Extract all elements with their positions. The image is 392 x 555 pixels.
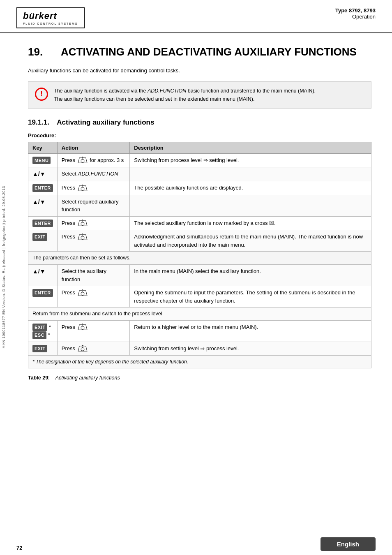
table-caption: Table 29: Activating auxiliary functions [28,375,371,381]
action-cell: Press [57,286,129,308]
footnote-cell: * The designation of the key depends on … [28,356,371,368]
subsection-number: 19.1.1. [28,118,49,126]
desc-cell: Switching from process level ⇒ setting l… [130,153,371,167]
note-line2: The auxiliary functions can then be sele… [54,95,316,103]
key-arrows: ▲/▼ [32,171,46,177]
desc-cell [130,195,371,216]
key-badge-exit3: EXIT [32,345,47,353]
key-cell: EXIT [28,230,58,252]
svg-marker-11 [81,220,83,220]
svg-point-21 [81,326,84,330]
page-number: 72 [16,545,22,551]
footnote-row: * The designation of the key depends on … [28,356,371,368]
knob-icon [77,233,88,241]
key-badge-exit2: EXIT [32,324,47,331]
svg-point-1 [81,160,84,163]
key-badge-exit: EXIT [32,233,47,241]
desc-cell: Switching from setting level ⇒ process l… [130,342,371,356]
note-line1: The auxiliary function is activated via … [54,87,316,95]
logo-burkert: bürkert [23,11,78,21]
action-cell: Select required auxiliary function [57,195,129,216]
key-cell: EXIT [28,342,58,356]
note-icon: ! [35,88,48,101]
col-key: Key [28,142,58,153]
key-cell: ▲/▼ [28,195,58,216]
page-footer: 72 English [0,533,392,555]
header-right: Type 8792, 8793 Operation [335,7,376,20]
mid-note-cell2: Return from the submenu and switch to th… [28,308,371,321]
desc-cell: Return to a higher level or to the main … [130,320,371,342]
key-arrows: ▲/▼ [32,268,46,275]
section-number: 19. [28,46,53,58]
table-row: ▲/▼ Select the auxiliary function In the… [28,265,371,286]
page-header: bürkert FLUID CONTROL SYSTEMS Type 8792,… [0,0,392,33]
table-row: ▲/▼ Select ADD.FUNCTION [28,167,371,181]
key-badge-esc: ESC [32,331,46,339]
table-row: ▲/▼ Select required auxiliary function [28,195,371,216]
key-cell: ENTER [28,286,58,308]
section-heading: 19. ACTIVATING AND DEACTIVATING AUXILIAR… [28,46,371,58]
desc-cell: Acknowledgment and simultaneous return t… [130,230,371,252]
section-intro: Auxiliary functions can be activated for… [28,67,371,75]
action-cell: Press [57,230,129,252]
desc-cell: In the main menu (MAIN) select the auxil… [130,265,371,286]
section-label: Operation [335,14,376,20]
table-caption-label: Table 29: [28,375,50,381]
desc-cell: The selected auxiliary function is now m… [130,216,371,230]
svg-marker-15 [81,234,83,234]
mid-note-cell: The parameters can then be set as follow… [28,252,371,265]
svg-point-13 [81,236,84,240]
desc-cell [130,167,371,181]
section-title: ACTIVATING AND DEACTIVATING AUXILIARY FU… [61,46,357,58]
key-cell: ▲/▼ [28,167,58,181]
knob-icon [77,184,88,192]
svg-point-17 [81,292,84,295]
note-box: ! The auxiliary function is activated vi… [28,81,371,109]
logo-area: bürkert FLUID CONTROL SYSTEMS [16,7,85,28]
procedure-label: Procedure: [28,132,371,139]
mid-note-row2: Return from the submenu and switch to th… [28,308,371,321]
action-cell: Press [57,342,129,356]
knob-icon [77,156,88,164]
main-content: 19. ACTIVATING AND DEACTIVATING AUXILIAR… [7,33,392,395]
table-row: ENTER Press The possible auxiliary funct… [28,181,371,195]
type-label: Type 8792, 8793 [335,7,376,14]
key-cell: ENTER [28,181,58,195]
col-action: Action [57,142,129,153]
table-caption-text: Activating auxiliary functions [55,375,120,381]
svg-marker-7 [81,184,83,185]
key-badge-enter2: ENTER [32,220,53,227]
table-row: MENU Press for approx. 3 s Switching fro… [28,153,371,167]
svg-marker-3 [81,157,83,157]
svg-marker-19 [81,289,83,290]
key-cell: ENTER [28,216,58,230]
action-cell: Select the auxiliary function [57,265,129,286]
table-row: EXIT Press Switching from setting level … [28,342,371,356]
knob-icon [77,345,88,353]
table-row: EXIT Press Acknowledgment and simultaneo… [28,230,371,252]
desc-cell: Opening the submenu to input the paramet… [130,286,371,308]
col-description: Description [130,142,371,153]
logo-sub: FLUID CONTROL SYSTEMS [23,22,78,25]
logo-box: bürkert FLUID CONTROL SYSTEMS [16,7,85,28]
svg-marker-23 [81,324,83,324]
key-badge-menu: MENU [32,157,51,164]
mid-note-row: The parameters can then be set as follow… [28,252,371,265]
key-arrows: ▲/▼ [32,199,46,205]
svg-marker-27 [81,345,83,346]
knob-icon [77,289,88,297]
key-badge-enter3: ENTER [32,289,53,297]
knob-icon [77,219,88,227]
sidebar-label: MAN 1000118577 EN Version: D Status: RL … [0,123,7,411]
key-cell: EXIT * ESC * [28,320,58,342]
language-button[interactable]: English [321,537,376,551]
sidebar-text: MAN 1000118577 EN Version: D Status: RL … [2,186,6,349]
table-row: ENTER Press Opening the submenu to input… [28,286,371,308]
note-text: The auxiliary function is activated via … [54,87,316,103]
key-cell: MENU [28,153,58,167]
subsection-heading: 19.1.1. Activating auxiliary functions [28,118,371,127]
action-cell: Select ADD.FUNCTION [57,167,129,181]
svg-point-25 [81,348,84,351]
key-cell: ▲/▼ [28,265,58,286]
procedure-table: Key Action Description MENU Press [28,142,371,369]
